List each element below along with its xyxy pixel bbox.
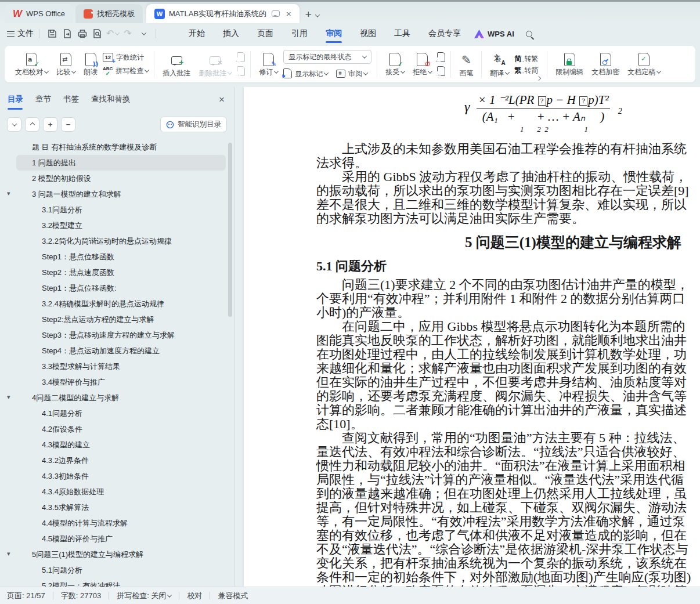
toc-item[interactable]: ▾ 3.3模型求解与计算结果 — [16, 359, 226, 374]
toc-item[interactable]: ▾ 3.2.2简化为简谐运动时的悬点运动规律 — [16, 233, 226, 249]
word-count-button[interactable]: 12+ 字数统计 — [103, 53, 149, 62]
toc-item[interactable]: ▾ 5.1问题分析 — [16, 562, 226, 578]
toc-item[interactable]: ▾ 4.3.3初始条件 — [16, 468, 226, 484]
document-page[interactable]: γ × 1 ⁻²L(PR ?p − H ?p)T² (A₁ + + … + Aₙ… — [244, 87, 700, 587]
group-expand-icon[interactable] — [536, 76, 541, 81]
ribbon-tab[interactable]: 会员专享 — [428, 25, 461, 42]
ribbon-tab[interactable]: 工具 — [394, 25, 411, 42]
toc-item[interactable]: ▾ 4.3.5求解算法 — [16, 500, 226, 515]
close-tab-icon[interactable]: × — [286, 9, 291, 18]
toc-item[interactable]: ▾ 4问题二模型的建立与求解 — [16, 390, 226, 406]
toc-item[interactable]: ▾ 4.2假设条件 — [16, 421, 226, 437]
markup-state-select[interactable]: 显示标记的最终状态 — [283, 50, 371, 64]
toc-item[interactable]: ▾ 4.3模型的建立 — [16, 437, 226, 453]
toc-item[interactable]: ▾ Step3：悬点移动速度方程的建立与求解 — [16, 327, 226, 343]
collapse-arrow-icon[interactable]: ▾ — [7, 550, 10, 558]
new-tab-button[interactable]: + — [305, 9, 312, 20]
toc-item[interactable]: ▾ Step4：悬点运动加速度方程的建立 — [16, 343, 226, 359]
review-panel-button[interactable]: 𐄹 审阅 — [336, 68, 367, 78]
next-comment-icon[interactable]: → — [237, 66, 245, 76]
toc-item[interactable]: ▾ 2 模型的初始假设 — [16, 171, 226, 186]
brush-button[interactable]: ✎ 画笔 — [456, 51, 476, 78]
save-button[interactable] — [45, 27, 60, 41]
undo-caret-icon[interactable] — [115, 30, 120, 35]
tab-docer-templates[interactable]: 找稻壳模板 — [75, 4, 143, 23]
collapse-all-button[interactable] — [25, 117, 39, 132]
word-count-status[interactable]: 字数: 27703 — [61, 591, 101, 601]
wps-ai-button[interactable]: WPS AI — [474, 30, 514, 38]
toc-item[interactable]: ▾ 1 问题的提出 — [16, 155, 226, 171]
to-traditional-button[interactable]: 简→ 转繁 — [514, 55, 538, 62]
show-markup-button[interactable]: ⚑ 显示标记 — [283, 68, 328, 78]
zoom-out-toc-button[interactable]: − — [61, 117, 75, 132]
ribbon-tab[interactable]: 视图 — [359, 25, 377, 42]
finalize-button[interactable]: ✓ 文档定稿 — [625, 52, 663, 77]
sidebar-scrollbar[interactable] — [228, 143, 232, 317]
toc-item[interactable]: ▾ Step2：悬点速度函数 — [16, 265, 226, 280]
toc-item[interactable]: ▾ 3.2模型建立 — [16, 218, 226, 233]
ribbon-tab[interactable]: 页面 — [257, 25, 274, 42]
restrict-edit-button[interactable]: 限制编辑 — [553, 52, 586, 77]
to-simplified-button[interactable]: 繁→ 转简 — [514, 67, 538, 74]
toc-item[interactable]: ▾ 3 问题一模型的建立和求解 — [16, 186, 226, 202]
track-changes-button[interactable]: ✎ 修订 — [256, 52, 281, 77]
doc-chat-icon[interactable] — [272, 10, 280, 17]
sidebar-tab[interactable]: 目录 — [8, 94, 23, 110]
previous-change-icon[interactable]: ← — [437, 52, 445, 62]
file-menu-button[interactable]: 文件 — [7, 28, 34, 39]
undo-button[interactable]: ↶ — [105, 27, 120, 41]
toc-item[interactable]: ▾ 3.4模型评价与推广 — [16, 374, 226, 390]
previous-comment-icon[interactable]: ← — [237, 52, 245, 62]
toc-item[interactable]: ▾ 4.3.2边界条件 — [16, 453, 226, 468]
toc-item[interactable]: ▾ 4.1问题分析 — [16, 406, 226, 421]
proofread-button[interactable]: 校对 — [187, 591, 202, 601]
redo-button[interactable]: ↷ — [120, 27, 135, 41]
ribbon-tab[interactable]: 审阅 — [325, 25, 342, 42]
tab-wps-home[interactable]: W WPS Office — [5, 4, 73, 23]
collapse-arrow-icon[interactable]: ▾ — [7, 190, 10, 197]
doc-proof-button[interactable]: a✓ 文档校对 — [12, 52, 51, 77]
encrypt-button[interactable]: 文档加密 — [589, 52, 622, 77]
toc-item[interactable]: ▾ 4.3.4原始数据处理 — [16, 484, 226, 500]
smart-toc-button[interactable]: 智能识别目录 — [160, 117, 227, 132]
tab-list-caret-icon[interactable] — [315, 12, 320, 17]
expand-all-button[interactable] — [7, 117, 21, 132]
translate-button[interactable]: 文A⇄ 翻译 — [487, 51, 512, 78]
delete-comment-button[interactable]: × 删除批注 — [196, 51, 234, 78]
close-sidebar-icon[interactable]: × — [219, 95, 225, 109]
export-button[interactable] — [60, 27, 75, 41]
page-indicator[interactable]: 页面: 21/57 — [7, 591, 45, 601]
toc-item[interactable]: ▾ 4.4模型的计算与流程求解 — [16, 515, 226, 531]
toc-item[interactable]: ▾ 题 目 有杆抽油系统的数学建模及诊断 — [16, 139, 226, 155]
ribbon-tab[interactable]: 引用 — [291, 25, 308, 42]
toc-item[interactable]: ▾ 5.2模型一：有效冲程法 — [16, 578, 226, 587]
toc-item[interactable]: ▾ Step2:悬点运动方程的建立与求解 — [16, 312, 226, 327]
spell-check-status[interactable]: 拼写检查: 关闭 — [117, 591, 171, 601]
toc-item[interactable]: ▾ Step1：悬点位移函数: — [16, 280, 226, 296]
compare-button[interactable]: ⇄ 比较 — [53, 52, 78, 77]
read-aloud-button[interactable]: )) 朗读 — [81, 52, 100, 77]
toc-item[interactable]: ▾ 4.5模型的评价与推广 — [16, 531, 226, 547]
tab-document[interactable]: W MATLAB实现有杆抽油系统的 × — [146, 4, 300, 23]
ribbon-tab[interactable]: 插入 — [222, 25, 240, 42]
sidebar-tab[interactable]: 书签 — [63, 94, 79, 110]
spell-check-button[interactable]: ABC✓ 拼写检查 — [103, 67, 149, 75]
zoom-in-toc-button[interactable]: + — [43, 117, 57, 132]
toc-item[interactable]: ▾ Step1：悬点位移函数 — [16, 249, 226, 265]
ribbon-tab[interactable]: 开始 — [188, 25, 205, 42]
collapse-arrow-icon[interactable]: ▾ — [7, 393, 10, 401]
sidebar-tab[interactable]: 章节 — [35, 94, 51, 110]
search-icon[interactable] — [526, 31, 532, 37]
quick-access-more-button[interactable] — [135, 27, 150, 41]
reject-button[interactable]: ∅ 拒绝 — [410, 52, 435, 77]
print-icon — [77, 28, 88, 39]
accept-button[interactable]: ✓ 接受 — [383, 52, 407, 77]
toc-item[interactable]: ▾ 3.2.4精确模型求解时的悬点运动规律 — [16, 296, 226, 312]
next-change-icon[interactable]: → — [437, 66, 445, 76]
insert-comment-button[interactable]: + 插入批注 — [160, 51, 193, 78]
toc-item[interactable]: ▾ 5问题三(1)模型的建立与编程求解 — [16, 547, 226, 562]
print-preview-button[interactable] — [90, 27, 105, 41]
sidebar-tab[interactable]: 查找和替换 — [91, 94, 131, 110]
print-button[interactable] — [75, 27, 90, 41]
toc-item[interactable]: ▾ 3.1问题分析 — [16, 202, 226, 218]
